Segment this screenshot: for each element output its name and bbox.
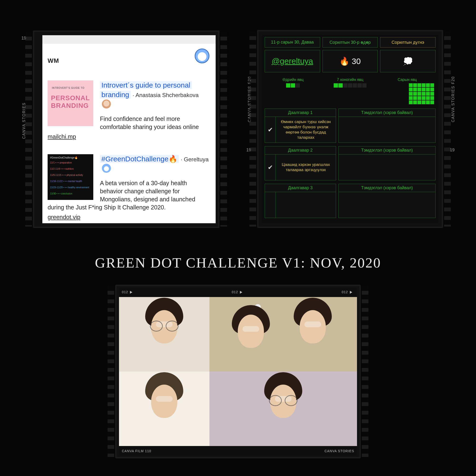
video-grid bbox=[119, 297, 357, 446]
video-tile-4[interactable] bbox=[209, 372, 357, 446]
task-text bbox=[276, 203, 336, 207]
task-row: Даалгавар 3Тэмдэглэл (хэрэв байвал) bbox=[265, 184, 436, 218]
progress-square bbox=[417, 87, 421, 91]
progress-square bbox=[430, 87, 434, 91]
progress-square bbox=[417, 96, 421, 100]
progress-square bbox=[426, 83, 430, 87]
progress-week: 7 хоногийн явц bbox=[323, 78, 377, 87]
progress-square bbox=[286, 83, 290, 87]
film-frame-num-1: 012 bbox=[122, 290, 128, 294]
task-checkbox[interactable]: ✔ bbox=[265, 117, 276, 143]
progress-square bbox=[430, 83, 434, 87]
user-handle[interactable]: @gereltuya bbox=[272, 56, 313, 66]
progress-month: Сарын явц bbox=[380, 78, 434, 104]
canvas: CANVA STORIES 19 CANVA STORIES F20 19 CA… bbox=[0, 0, 476, 476]
film-label-right: CANVA STORIES F20 bbox=[451, 76, 455, 122]
play-icon bbox=[240, 291, 242, 294]
thumb-gd-row: 11/1 • • • preparation bbox=[50, 161, 72, 164]
task-row: Даалгавар 2✔Цаашид хэрхэн урагшлах талаа… bbox=[265, 146, 436, 180]
task-note[interactable]: Тэмдэглэл (хэрэв байвал) bbox=[339, 146, 436, 180]
progress-day-label: Өдрийн явц bbox=[266, 78, 320, 82]
dash-day-cell: Сорилтын 30-р өдөр bbox=[323, 37, 378, 48]
progress-square bbox=[348, 83, 352, 87]
progress-square bbox=[409, 101, 413, 104]
thumb-gd-row: 11/9-11/15 • • • physical activity bbox=[50, 174, 83, 176]
task-left: Даалгавар 2✔Цаашид хэрхэн урагшлах талаа… bbox=[265, 146, 336, 180]
video-tile-2[interactable] bbox=[119, 372, 209, 446]
video-tile-1[interactable] bbox=[119, 297, 209, 372]
task-text: Өмнөх сарын турш хийсэн чармайлт бүхнээ … bbox=[276, 117, 336, 143]
progress-square bbox=[409, 83, 413, 87]
film-label-bottom-right: CANVA STORIES bbox=[324, 449, 354, 453]
progress-square bbox=[426, 87, 430, 91]
article-title-2[interactable]: #GreenDotChallenge🔥 bbox=[100, 155, 181, 163]
author-avatar-icon-2 bbox=[102, 164, 111, 173]
dash-summary-cell: Сорилтын дүгнэ bbox=[380, 37, 436, 48]
dash-handle-cell[interactable]: @gereltuya bbox=[265, 50, 320, 72]
task-note[interactable]: Тэмдэглэл (хэрэв байвал) bbox=[339, 184, 436, 218]
article-card-2[interactable]: #GreenDotChallenge🔥 11/1 • • • preparati… bbox=[48, 154, 210, 221]
panel-b-inner: 11-р сарын 30, Даваа Сорилтын 30-р өдөр … bbox=[262, 35, 438, 223]
thumb-big-text: PERSONAL BRANDING bbox=[51, 94, 90, 109]
progress-square bbox=[422, 101, 425, 104]
article-byline: · Anastasia Shcherbakova bbox=[133, 92, 199, 98]
progress-square bbox=[422, 83, 425, 87]
task-note-body[interactable] bbox=[339, 192, 435, 218]
progress-square bbox=[417, 83, 421, 87]
thumb-gd-header: #GreenDotChallenge🔥 bbox=[50, 156, 78, 159]
progress-square bbox=[409, 92, 413, 96]
thumb-gd-row: 11/16-11/22 • • • mental health bbox=[50, 180, 82, 183]
dashboard-header-row: 11-р сарын 30, Даваа Сорилтын 30-р өдөр … bbox=[262, 35, 438, 48]
progress-month-label: Сарын явц bbox=[380, 78, 434, 82]
film-frame-num-2: 012 bbox=[232, 290, 238, 294]
site-brand: WM bbox=[48, 57, 59, 65]
progress-square bbox=[413, 87, 417, 91]
author-avatar-icon bbox=[102, 100, 111, 108]
article-thumb-greendot: #GreenDotChallenge🔥 11/1 • • • preparati… bbox=[48, 154, 93, 200]
task-checkbox[interactable]: ✔ bbox=[265, 154, 276, 180]
task-note-header: Тэмдэглэл (хэрэв байвал) bbox=[339, 146, 435, 154]
profile-avatar-icon[interactable] bbox=[195, 49, 209, 63]
article-thumb-personal-branding: INTROVERT'S GUIDE TO PERSONAL BRANDING bbox=[48, 81, 93, 126]
thumb-gd-row: 11/23-11/29 • • • healthy environment bbox=[50, 186, 89, 189]
thumb-gd-row: 11/2-11/8 • • • nutrition bbox=[50, 168, 73, 170]
dashboard-big-row: @gereltuya 🔥 30 💭 bbox=[262, 48, 438, 72]
progress-square bbox=[409, 87, 413, 91]
browser-topbar bbox=[42, 35, 216, 44]
article-source-link-2[interactable]: greendot.vip bbox=[48, 214, 81, 221]
article-source-link[interactable]: mailchi.mp bbox=[48, 133, 76, 140]
panel-dashboard: 11-р сарын 30, Даваа Сорилтын 30-р өдөр … bbox=[257, 30, 443, 228]
progress-square bbox=[422, 92, 425, 96]
article-byline-2: · Gereltuya bbox=[181, 156, 208, 163]
panel-a-inner: WM INTROVERT'S GUIDE TO PERSONAL BRANDIN… bbox=[42, 35, 216, 223]
progress-square bbox=[357, 83, 362, 87]
film-label-bottom-left: CANVA FILM 110 bbox=[122, 449, 151, 453]
progress-square bbox=[339, 83, 343, 87]
progress-square bbox=[417, 92, 421, 96]
progress-square bbox=[362, 83, 367, 87]
task-left: Даалгавар 3 bbox=[265, 184, 336, 218]
film-frame-num-3: 012 bbox=[342, 290, 348, 294]
video-tile-3[interactable] bbox=[209, 297, 357, 372]
panel-video-call: 012 012 012 bbox=[115, 285, 361, 459]
task-checkbox[interactable] bbox=[265, 192, 276, 218]
thumb-gd-row: 11/30 • • • conclusion bbox=[50, 192, 72, 195]
task-note-body[interactable] bbox=[339, 117, 435, 143]
progress-square bbox=[430, 92, 434, 96]
progress-square bbox=[417, 101, 421, 104]
dash-date-cell: 11-р сарын 30, Даваа bbox=[265, 37, 320, 48]
task-text: Цаашид хэрхэн урагшлах талаараа эргэцүүл… bbox=[276, 160, 336, 175]
progress-square bbox=[413, 101, 417, 104]
task-body: ✔Өмнөх сарын турш хийсэн чармайлт бүхнээ… bbox=[265, 117, 336, 143]
page-title: GREEN DOT CHALLENGE V1: NOV, 2020 bbox=[0, 255, 476, 271]
progress-square bbox=[422, 87, 425, 91]
progress-square bbox=[422, 96, 425, 100]
panel-article-list: WM INTROVERT'S GUIDE TO PERSONAL BRANDIN… bbox=[33, 31, 220, 228]
article-card-1[interactable]: INTROVERT'S GUIDE TO PERSONAL BRANDING I… bbox=[48, 81, 210, 140]
task-left: Даалгавар 1✔Өмнөх сарын турш хийсэн чарм… bbox=[265, 108, 336, 143]
progress-square bbox=[426, 101, 430, 104]
task-note-body[interactable] bbox=[339, 154, 435, 180]
progress-square bbox=[291, 83, 295, 87]
progress-row: Өдрийн явц 7 хоногийн явц Сарын явц bbox=[262, 72, 438, 104]
task-note[interactable]: Тэмдэглэл (хэрэв байвал) bbox=[339, 108, 436, 143]
